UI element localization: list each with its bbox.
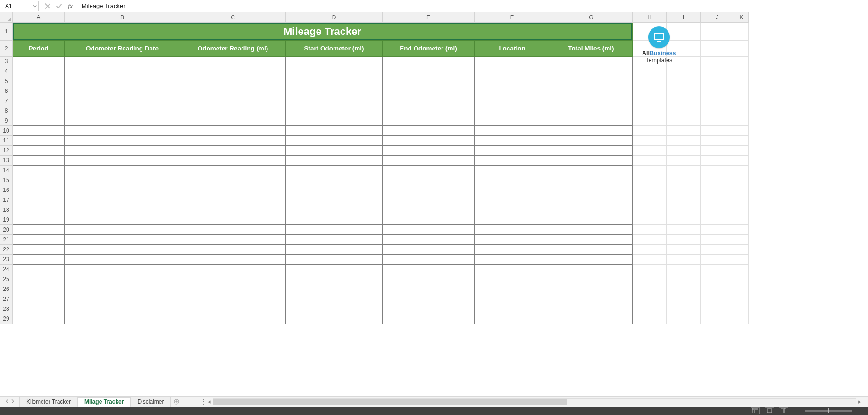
cell[interactable] <box>475 265 550 274</box>
row-header-22[interactable]: 22 <box>0 245 13 255</box>
cell[interactable] <box>286 225 383 235</box>
cell[interactable] <box>286 57 383 66</box>
cell[interactable] <box>65 86 180 96</box>
cell[interactable] <box>633 195 667 205</box>
cell[interactable] <box>701 96 734 106</box>
cell[interactable] <box>701 23 734 41</box>
cell[interactable] <box>734 175 749 185</box>
cell[interactable] <box>286 304 383 314</box>
cell[interactable] <box>383 57 475 66</box>
cell[interactable] <box>180 126 286 136</box>
cell[interactable] <box>633 314 667 324</box>
cell[interactable] <box>65 57 180 66</box>
cell[interactable] <box>383 96 475 106</box>
cell[interactable] <box>734 294 749 304</box>
cell[interactable] <box>180 215 286 225</box>
cell[interactable] <box>633 166 667 175</box>
row-header-17[interactable]: 17 <box>0 195 13 205</box>
cell[interactable] <box>550 136 633 146</box>
cell[interactable] <box>65 166 180 175</box>
cell[interactable] <box>633 185 667 195</box>
cell[interactable] <box>550 86 633 96</box>
scroll-split-handle[interactable]: ⋮ <box>201 397 206 407</box>
cell[interactable] <box>701 76 734 86</box>
cell[interactable] <box>286 205 383 215</box>
cell[interactable] <box>550 166 633 175</box>
cell[interactable] <box>701 41 734 57</box>
column-header-C[interactable]: C <box>180 12 286 23</box>
column-header-J[interactable]: J <box>701 12 734 23</box>
cell[interactable] <box>65 225 180 235</box>
cell[interactable] <box>286 245 383 255</box>
row-header-16[interactable]: 16 <box>0 185 13 195</box>
view-page-layout-icon[interactable] <box>765 407 774 414</box>
cell[interactable] <box>65 314 180 324</box>
cell[interactable] <box>667 274 701 284</box>
cell[interactable] <box>13 195 65 205</box>
cell[interactable] <box>734 116 749 126</box>
cell[interactable] <box>383 166 475 175</box>
cell[interactable] <box>701 166 734 175</box>
zoom-out-icon[interactable]: − <box>793 408 800 414</box>
row-header-9[interactable]: 9 <box>0 116 13 126</box>
cell[interactable] <box>550 265 633 274</box>
cell[interactable] <box>13 106 65 116</box>
cell[interactable] <box>550 245 633 255</box>
cell[interactable] <box>475 245 550 255</box>
cell[interactable] <box>13 166 65 175</box>
cell[interactable] <box>383 284 475 294</box>
cell[interactable] <box>383 76 475 86</box>
cell[interactable] <box>667 265 701 274</box>
cell[interactable] <box>701 195 734 205</box>
cell[interactable] <box>13 126 65 136</box>
cell[interactable] <box>475 175 550 185</box>
cell[interactable] <box>475 205 550 215</box>
cell[interactable] <box>286 265 383 274</box>
cell[interactable] <box>701 215 734 225</box>
cell[interactable] <box>65 116 180 126</box>
cell[interactable] <box>65 126 180 136</box>
cell[interactable] <box>286 175 383 185</box>
cell[interactable] <box>701 185 734 195</box>
table-header[interactable]: End Odometer (mi) <box>383 41 475 57</box>
cell[interactable] <box>286 274 383 284</box>
row-header-27[interactable]: 27 <box>0 294 13 304</box>
cell[interactable] <box>286 185 383 195</box>
cell[interactable] <box>286 284 383 294</box>
cell[interactable] <box>383 265 475 274</box>
cell[interactable] <box>65 304 180 314</box>
cell[interactable] <box>383 146 475 156</box>
cell[interactable] <box>633 245 667 255</box>
cell[interactable] <box>475 225 550 235</box>
cell[interactable] <box>286 215 383 225</box>
cell[interactable] <box>701 304 734 314</box>
row-header-20[interactable]: 20 <box>0 225 13 235</box>
cell[interactable] <box>734 23 749 41</box>
cell[interactable] <box>13 136 65 146</box>
row-header-18[interactable]: 18 <box>0 205 13 215</box>
cell[interactable] <box>633 126 667 136</box>
cell[interactable] <box>65 274 180 284</box>
cell[interactable] <box>667 76 701 86</box>
cell[interactable] <box>383 136 475 146</box>
cancel-icon[interactable] <box>44 2 51 10</box>
cell[interactable] <box>475 215 550 225</box>
confirm-icon[interactable] <box>55 2 63 10</box>
cell[interactable] <box>180 166 286 175</box>
cell[interactable] <box>633 106 667 116</box>
cell[interactable] <box>550 235 633 245</box>
cell[interactable] <box>633 274 667 284</box>
row-header-29[interactable]: 29 <box>0 314 13 324</box>
cell[interactable] <box>550 185 633 195</box>
row-header-6[interactable]: 6 <box>0 86 13 96</box>
scroll-left-icon[interactable]: ◂ <box>206 398 213 405</box>
cell[interactable] <box>180 265 286 274</box>
cell[interactable] <box>475 284 550 294</box>
view-page-break-icon[interactable] <box>779 407 788 414</box>
table-header[interactable]: Odometer Reading Date <box>65 41 180 57</box>
cell[interactable] <box>633 205 667 215</box>
cell[interactable] <box>633 136 667 146</box>
cell[interactable] <box>701 274 734 284</box>
cell[interactable] <box>701 66 734 76</box>
cell[interactable] <box>286 86 383 96</box>
